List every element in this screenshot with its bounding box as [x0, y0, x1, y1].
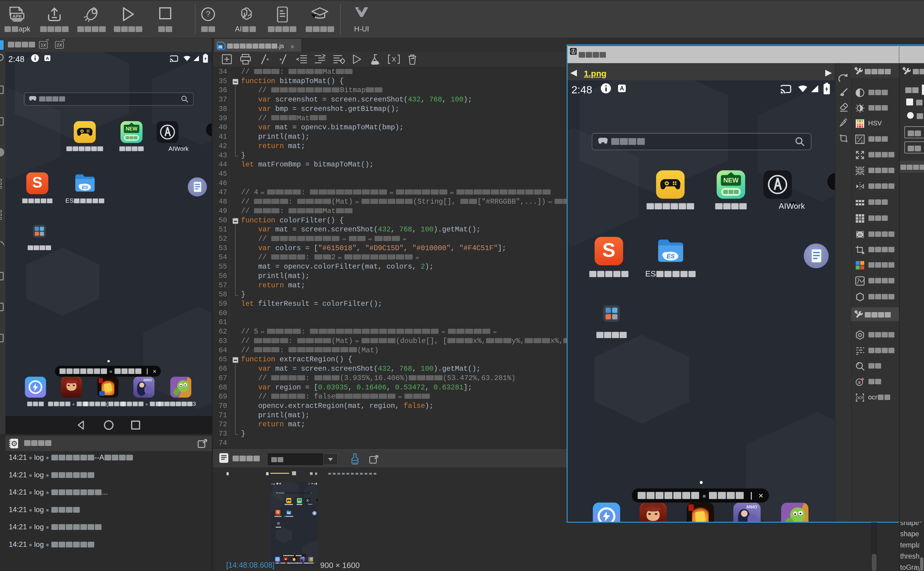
svg-text:1: 1 [861, 140, 863, 144]
svg-text:ES: ES [667, 253, 675, 259]
svg-text:ES: ES [82, 185, 88, 190]
svg-text:?: ? [206, 9, 210, 19]
svg-text:m: m [858, 232, 862, 237]
svg-text:0: 0 [857, 136, 859, 140]
svg-text:APK: APK [12, 14, 22, 19]
svg-text:ES: ES [288, 513, 290, 514]
svg-text:OCR: OCR [856, 396, 864, 400]
svg-text:发: 发 [858, 381, 861, 384]
